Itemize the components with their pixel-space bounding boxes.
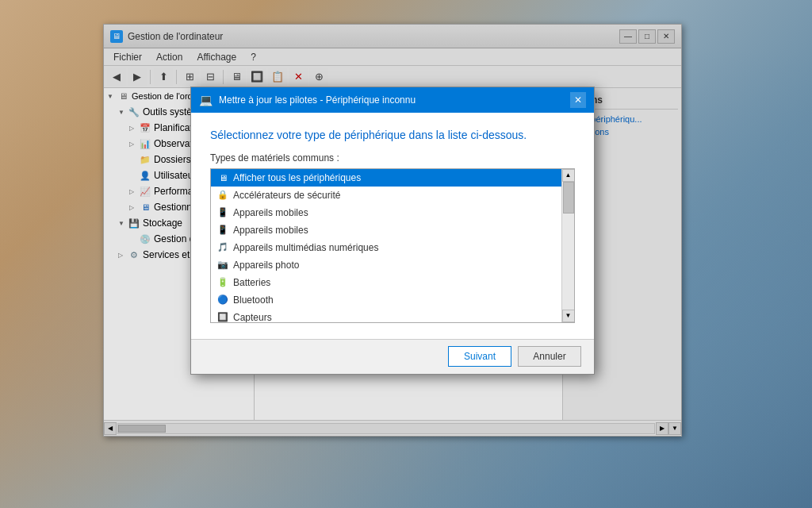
list-scroll-down-button[interactable]: ▼ — [562, 310, 575, 322]
device-item-label-1: Accélérateurs de sécurité — [233, 190, 340, 201]
device-item-icon-0: 🖥 — [216, 171, 230, 184]
device-item-label-7: Bluetooth — [233, 294, 274, 306]
device-list-container: 🖥 Afficher tous les périphériques 🔒 Accé… — [210, 168, 575, 323]
device-item-icon-7: 🔵 — [216, 294, 230, 306]
dialog-overlay: 💻 Mettre à jour les pilotes - Périphériq… — [104, 25, 681, 436]
dialog-body: Sélectionnez votre type de périphérique … — [191, 113, 594, 339]
device-list-item-5[interactable]: 📷 Appareils photo — [211, 256, 561, 274]
dialog-instruction: Sélectionnez votre type de périphérique … — [210, 129, 575, 141]
device-item-label-4: Appareils multimédias numériques — [233, 242, 378, 253]
dialog-title-bar: 💻 Mettre à jour les pilotes - Périphériq… — [191, 87, 594, 113]
device-item-icon-1: 🔒 — [216, 189, 230, 202]
device-list[interactable]: 🖥 Afficher tous les périphériques 🔒 Accé… — [211, 169, 561, 322]
device-item-label-8: Capteurs — [233, 312, 272, 322]
device-list-item-0[interactable]: 🖥 Afficher tous les périphériques — [211, 169, 561, 187]
list-scrollbar: ▲ ▼ — [561, 169, 574, 322]
device-item-icon-5: 📷 — [216, 259, 230, 271]
device-item-label-5: Appareils photo — [233, 260, 299, 271]
list-scroll-up-button[interactable]: ▲ — [562, 169, 575, 182]
dialog-section-label: Types de matériels communs : — [210, 152, 575, 164]
device-item-icon-3: 📱 — [216, 224, 230, 237]
device-item-icon-2: 📱 — [216, 206, 230, 219]
device-list-item-7[interactable]: 🔵 Bluetooth — [211, 291, 561, 309]
list-scroll-thumb — [563, 182, 574, 214]
device-list-item-6[interactable]: 🔋 Batteries — [211, 274, 561, 291]
update-driver-dialog: 💻 Mettre à jour les pilotes - Périphériq… — [190, 87, 595, 375]
dialog-title-text: Mettre à jour les pilotes - Périphérique… — [219, 94, 416, 106]
device-item-icon-6: 🔋 — [216, 276, 230, 289]
device-item-icon-4: 🎵 — [216, 241, 230, 254]
device-item-icon-8: 🔲 — [216, 311, 230, 322]
device-item-label-0: Afficher tous les périphériques — [233, 172, 361, 183]
device-list-item-1[interactable]: 🔒 Accélérateurs de sécurité — [211, 187, 561, 204]
device-item-label-3: Appareils mobiles — [233, 225, 308, 236]
dialog-footer: Suivant Annuler — [191, 339, 594, 374]
device-list-item-8[interactable]: 🔲 Capteurs — [211, 309, 561, 322]
next-button[interactable]: Suivant — [448, 346, 511, 367]
list-scroll-track — [562, 182, 575, 310]
dialog-close-button[interactable]: ✕ — [570, 92, 586, 108]
device-list-item-2[interactable]: 📱 Appareils mobiles — [211, 204, 561, 221]
device-item-label-6: Batteries — [233, 277, 270, 288]
main-window: 🖥 Gestion de l'ordinateur — □ ✕ Fichier … — [103, 24, 682, 437]
dialog-title-left: 💻 Mettre à jour les pilotes - Périphériq… — [199, 94, 416, 106]
dialog-title-icon: 💻 — [199, 94, 213, 106]
device-list-item-3[interactable]: 📱 Appareils mobiles — [211, 221, 561, 239]
device-item-label-2: Appareils mobiles — [233, 207, 308, 218]
device-list-item-4[interactable]: 🎵 Appareils multimédias numériques — [211, 239, 561, 256]
cancel-button[interactable]: Annuler — [518, 346, 581, 367]
